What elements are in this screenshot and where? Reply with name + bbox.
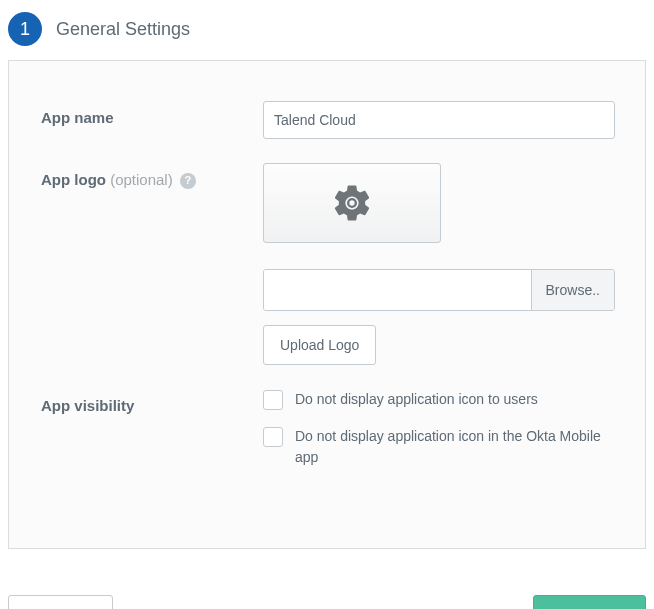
settings-panel: App name App logo (optional) ? Browse.. … xyxy=(8,60,646,549)
wizard-footer: Cancel Next xyxy=(8,595,646,609)
visibility-option-mobile: Do not display application icon in the O… xyxy=(263,426,615,468)
step-title: General Settings xyxy=(56,19,190,40)
browse-button[interactable]: Browse.. xyxy=(531,270,614,310)
app-name-label: App name xyxy=(41,101,263,128)
visibility-checkbox-mobile[interactable] xyxy=(263,427,283,447)
app-logo-row: App logo (optional) ? Browse.. Upload Lo… xyxy=(41,163,615,365)
visibility-option-users: Do not display application icon to users xyxy=(263,389,615,410)
file-path-input[interactable] xyxy=(264,270,531,310)
upload-logo-button[interactable]: Upload Logo xyxy=(263,325,376,365)
app-logo-label: App logo (optional) ? xyxy=(41,163,263,190)
app-name-input[interactable] xyxy=(263,101,615,139)
file-picker-row: Browse.. xyxy=(263,269,615,311)
svg-point-0 xyxy=(348,199,356,207)
visibility-checkbox-users-label: Do not display application icon to users xyxy=(295,389,538,410)
step-number-badge: 1 xyxy=(8,12,42,46)
visibility-checkbox-mobile-label: Do not display application icon in the O… xyxy=(295,426,615,468)
cancel-button[interactable]: Cancel xyxy=(8,595,113,609)
app-name-row: App name xyxy=(41,101,615,139)
next-button[interactable]: Next xyxy=(533,595,646,609)
app-logo-optional-text: (optional) xyxy=(110,171,173,188)
help-icon[interactable]: ? xyxy=(180,173,196,189)
logo-preview xyxy=(263,163,441,243)
app-visibility-label: App visibility xyxy=(41,389,263,416)
app-visibility-row: App visibility Do not display applicatio… xyxy=(41,389,615,484)
gear-icon xyxy=(330,181,374,225)
step-header: 1 General Settings xyxy=(8,12,646,46)
visibility-checkbox-users[interactable] xyxy=(263,390,283,410)
app-logo-label-text: App logo xyxy=(41,171,106,188)
